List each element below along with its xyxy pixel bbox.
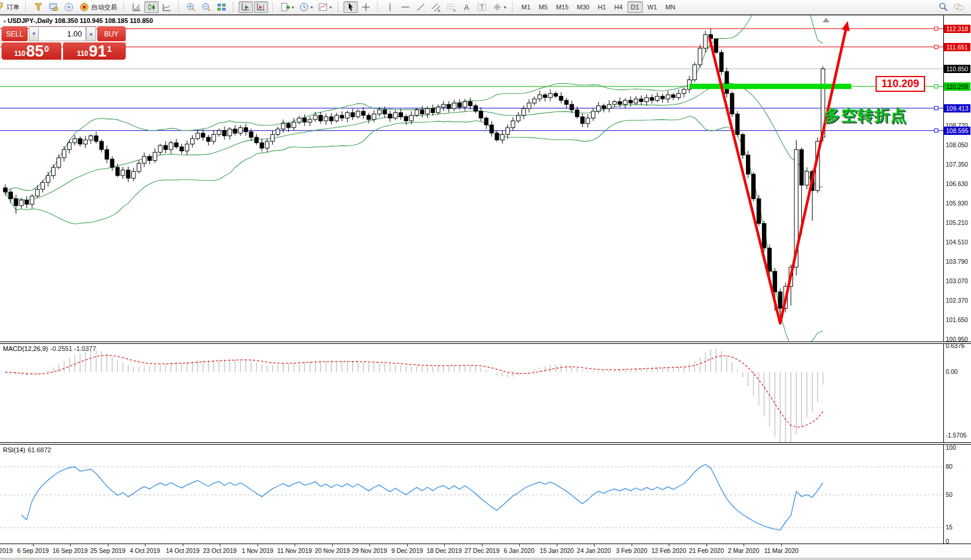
volume-decrease-button[interactable]: ▼: [29, 26, 39, 41]
toolbar-button-periods[interactable]: ▾: [297, 1, 315, 13]
toolbar-button-candle-chart[interactable]: [144, 1, 158, 13]
toolbar-button-trendline[interactable]: [414, 1, 428, 13]
candle: [340, 115, 344, 118]
candle: [634, 99, 638, 103]
volume-increase-button[interactable]: ▲: [86, 26, 96, 41]
v-reversal-trendline[interactable]: [709, 29, 846, 324]
candle: [725, 72, 728, 94]
timeframe-button-w1[interactable]: W1: [644, 1, 661, 13]
date-label: 25 Sep 2019: [89, 547, 127, 554]
price-level-callout[interactable]: 110.209: [876, 76, 925, 92]
candle: [73, 138, 77, 143]
sell-button[interactable]: SELL: [2, 26, 28, 41]
candle: [132, 171, 136, 178]
toolbar-button-data-window[interactable]: [47, 1, 61, 13]
toolbar-separator: [25, 2, 28, 12]
toolbar-button-text[interactable]: A: [460, 1, 474, 13]
candle: [735, 114, 739, 135]
candle: [538, 95, 541, 99]
toolbar-button-market-watch[interactable]: [31, 1, 45, 13]
toolbar-button-auto-scroll[interactable]: [239, 1, 253, 13]
rsi-pane-canvas[interactable]: [0, 445, 943, 544]
buy-button[interactable]: BUY: [97, 26, 125, 41]
support-zone-bar[interactable]: [689, 84, 851, 89]
line-handle[interactable]: [934, 107, 938, 110]
line-handle[interactable]: [934, 85, 938, 88]
shapes-icon: [492, 2, 503, 12]
line-handle[interactable]: [934, 45, 938, 49]
candle: [623, 100, 627, 104]
candle: [719, 52, 723, 72]
toolbar-button-new-order[interactable]: 订单: [0, 1, 21, 13]
toolbar-button-templates[interactable]: ▾: [316, 1, 333, 13]
timeframe-button-m5[interactable]: M5: [535, 1, 551, 13]
toolbar-button-bar-chart[interactable]: [129, 1, 143, 13]
candle: [57, 158, 61, 167]
toolbar-button-fibonacci[interactable]: F: [444, 1, 458, 13]
price-level-badge: 109.413: [944, 104, 970, 112]
price-level-badge: 110.850: [944, 65, 970, 73]
date-label: 23 Oct 2019: [201, 547, 239, 554]
candle: [394, 112, 397, 118]
toolbar-button-cursor[interactable]: [344, 1, 358, 13]
template-icon: [318, 2, 328, 12]
candle: [698, 48, 702, 65]
toolbar-button-horizontal-line[interactable]: [398, 1, 412, 13]
candle-chart-icon: [146, 2, 157, 12]
candle: [768, 248, 771, 271]
toolbar-button-vertical-line[interactable]: [383, 1, 397, 13]
timeframe-button-m30[interactable]: M30: [573, 1, 593, 13]
price-chart-canvas[interactable]: [0, 15, 943, 342]
toolbar-button-chat[interactable]: [952, 1, 966, 13]
candle: [773, 271, 777, 292]
date-tick: [145, 544, 146, 546]
timeframe-button-mn[interactable]: MN: [662, 1, 679, 13]
date-label: 11 Nov 2019: [276, 547, 313, 554]
candle: [169, 143, 173, 150]
timeframe-button-h1[interactable]: H1: [594, 1, 609, 13]
date-label: 29 Nov 2019: [351, 547, 388, 554]
timeframe-button-m15[interactable]: M15: [553, 1, 572, 13]
turning-point-annotation[interactable]: 多空转折点: [824, 105, 907, 126]
toolbar-button-tile-windows[interactable]: [214, 1, 229, 13]
candle: [115, 167, 119, 175]
timeframe-button-d1[interactable]: D1: [627, 1, 643, 13]
price-tick-label: 101.650: [946, 316, 968, 323]
timeframe-button-h4[interactable]: H4: [611, 1, 626, 13]
line-handle[interactable]: [934, 129, 938, 132]
candle: [228, 129, 232, 136]
date-label: 4 Oct 2019: [126, 547, 164, 554]
toolbar-button-zoom-in[interactable]: [184, 1, 198, 13]
auto-ball-icon: [79, 2, 90, 12]
candle: [148, 157, 151, 161]
volume-input[interactable]: 1.00: [38, 26, 86, 41]
pane-separator[interactable]: [0, 342, 971, 344]
price-tick-label: 103.070: [946, 277, 968, 284]
candle: [607, 104, 611, 108]
buy-price-button[interactable]: 110 91 1: [63, 42, 125, 59]
toolbar-button-autotrading[interactable]: 自动交易: [77, 1, 119, 13]
toolbar-button-equidistant-channel[interactable]: E: [429, 1, 443, 13]
macd-pane-canvas[interactable]: [0, 344, 943, 442]
candle: [19, 200, 23, 206]
toolbar-button-zoom-out[interactable]: [199, 1, 213, 13]
text-a-icon: A: [461, 2, 472, 12]
toolbar-button-add-indicator[interactable]: ▾: [278, 1, 296, 13]
sell-price-button[interactable]: 110 85 0: [2, 42, 61, 59]
chart-menu-icon[interactable]: ▾: [4, 19, 6, 24]
dropdown-arrow-icon: ▾: [311, 5, 313, 10]
candle: [105, 150, 108, 159]
timeframe-button-m1[interactable]: M1: [518, 1, 534, 13]
pane-separator[interactable]: [0, 442, 971, 445]
toolbar-button-text-label[interactable]: T: [475, 1, 489, 13]
line-handle[interactable]: [934, 27, 938, 31]
toolbar-button-chart-shift[interactable]: [254, 1, 268, 13]
zoom-out-icon: [201, 2, 212, 12]
toolbar-button-arrows[interactable]: ▾: [490, 1, 508, 13]
toolbar-button-line-chart[interactable]: [160, 1, 174, 13]
macd-name: MACD(12,26,9): [3, 345, 48, 352]
price-tick-label: 107.350: [946, 161, 968, 168]
toolbar-button-search[interactable]: [936, 1, 950, 13]
toolbar-button-crosshair[interactable]: [359, 1, 373, 13]
toolbar-button-navigator[interactable]: [62, 1, 76, 13]
